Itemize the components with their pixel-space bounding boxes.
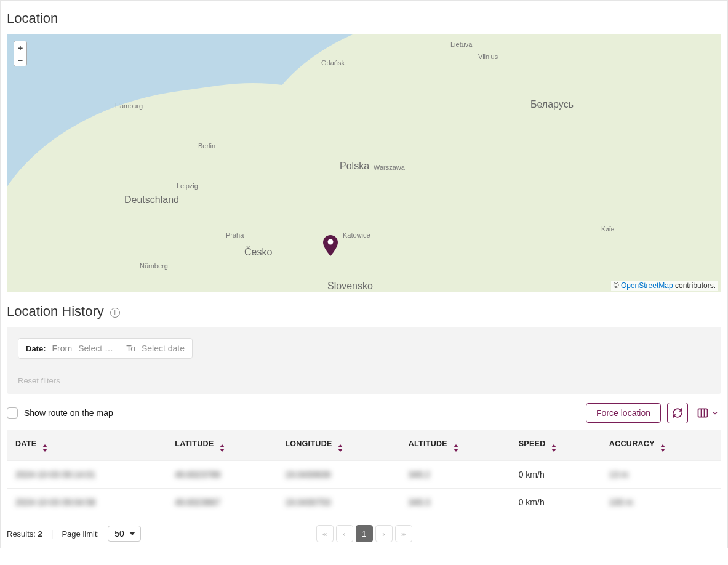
results-count: Results: 2 [7, 529, 42, 539]
history-title: Location History [7, 303, 104, 319]
column-header-altitude[interactable]: ALTITUDE [400, 430, 510, 461]
column-header-label: LONGITUDE [285, 439, 332, 448]
date-from-input[interactable]: Select … [78, 343, 120, 353]
table-row[interactable]: 2024-10-03 09:04:58 49.8323667 19.043075… [7, 489, 721, 516]
zoom-out-button[interactable]: − [14, 54, 26, 66]
page-limit-select[interactable]: 50 [108, 526, 141, 542]
date-filter-label: Date: [26, 344, 46, 353]
divider: | [51, 529, 54, 539]
date-to-label: To [126, 343, 135, 353]
sort-icon[interactable] [220, 444, 225, 452]
info-icon[interactable]: i [110, 308, 120, 318]
map-land-shape [254, 34, 721, 292]
cell-speed: 0 km/h [510, 461, 601, 489]
page-title: Location [7, 10, 721, 26]
cell-accuracy: 100 m [601, 489, 721, 516]
sort-icon[interactable] [551, 444, 556, 452]
zoom-control: + − [14, 41, 27, 66]
cell-latitude: 49.8323789 [166, 461, 276, 489]
columns-button[interactable] [694, 407, 721, 419]
column-header-speed[interactable]: SPEED [510, 430, 601, 461]
refresh-button[interactable] [667, 403, 688, 423]
column-header-label: ACCURACY [609, 439, 655, 448]
sort-icon[interactable] [660, 444, 665, 452]
table-row[interactable]: 2024-10-03 09:14:01 49.8323789 19.043063… [7, 461, 721, 489]
sort-icon[interactable] [338, 444, 343, 452]
reset-filters-link[interactable]: Reset filters [18, 376, 60, 385]
column-header-label: SPEED [519, 439, 546, 448]
results-count-value: 2 [38, 529, 42, 539]
pagination: « ‹ 1 › » [316, 525, 412, 542]
column-header-accuracy[interactable]: ACCURACY [601, 430, 721, 461]
column-header-latitude[interactable]: LATITUDE [166, 430, 276, 461]
sort-icon[interactable] [42, 444, 47, 452]
columns-icon [697, 407, 709, 419]
show-route-checkbox[interactable] [7, 407, 18, 419]
cell-latitude: 49.8323667 [166, 489, 276, 516]
cell-speed: 0 km/h [510, 489, 601, 516]
date-from-label: From [52, 343, 73, 353]
results-label: Results: [7, 529, 38, 539]
page-number-button[interactable]: 1 [356, 525, 373, 542]
refresh-icon [672, 407, 683, 419]
column-header-date[interactable]: DATE [7, 430, 166, 461]
map-attribution: © OpenStreetMap contributors. [611, 281, 718, 291]
column-header-longitude[interactable]: LONGITUDE [276, 430, 399, 461]
zoom-in-button[interactable]: + [14, 41, 26, 54]
show-route-label: Show route on the map [24, 408, 113, 418]
column-header-label: ALTITUDE [409, 439, 447, 448]
cell-altitude: 349.2 [400, 461, 510, 489]
last-page-button[interactable]: » [395, 525, 412, 542]
force-location-button[interactable]: Force location [586, 403, 661, 423]
cell-date: 2024-10-03 09:04:58 [7, 489, 166, 516]
column-header-label: DATE [15, 439, 36, 448]
cell-altitude: 349.3 [400, 489, 510, 516]
next-page-button[interactable]: › [375, 525, 393, 542]
filters-panel: Date: From Select … To Select date Reset… [7, 327, 721, 394]
date-filter: Date: From Select … To Select date [18, 338, 193, 359]
sort-icon[interactable] [454, 444, 458, 452]
column-header-label: LATITUDE [175, 439, 214, 448]
map-attribution-link[interactable]: OpenStreetMap [621, 281, 673, 290]
chevron-down-icon [711, 409, 719, 417]
svg-rect-1 [698, 409, 708, 417]
cell-longitude: 19.0430753 [276, 489, 399, 516]
map-attribution-suffix: contributors. [673, 281, 716, 290]
first-page-button[interactable]: « [316, 525, 334, 542]
map-container[interactable]: Polska Deutschland Česko Slovensko Белар… [7, 34, 721, 292]
prev-page-button[interactable]: ‹ [336, 525, 353, 542]
location-history-table: DATE LATITUDE LONGITUDE ALTITUDE SPEED [7, 430, 721, 516]
cell-accuracy: 13 m [601, 461, 721, 489]
map-attribution-prefix: © [614, 281, 621, 290]
cell-longitude: 19.0430639 [276, 461, 399, 489]
date-to-input[interactable]: Select date [142, 343, 185, 353]
page-limit-label: Page limit: [62, 529, 99, 539]
cell-date: 2024-10-03 09:14:01 [7, 461, 166, 489]
